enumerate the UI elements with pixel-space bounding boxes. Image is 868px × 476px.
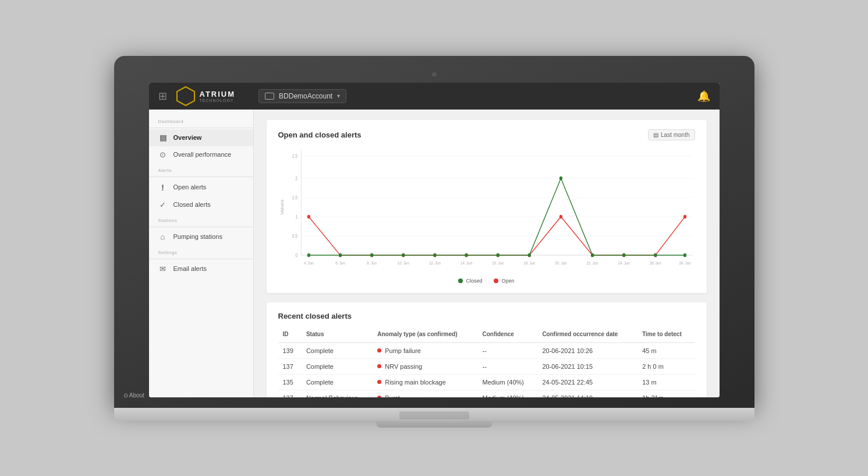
table-row[interactable]: 137 Complete NRV passing -- 20-06-2021 1… (278, 358, 695, 374)
account-name: BDDemoAccount (279, 92, 332, 100)
trackpad (399, 411, 469, 419)
svg-point-49 (527, 253, 530, 257)
sidebar-about[interactable]: ⊙ About (149, 386, 254, 397)
screen: ⊞ ATRIUM TECHNOLOGY BDDemoAccount ▾ 🔔 (149, 83, 720, 397)
sidebar: Dashboard ▤ Overview ⊙ Overall performan… (149, 110, 254, 397)
camera (432, 72, 437, 77)
svg-text:28. Jun: 28. Jun (679, 260, 690, 265)
sidebar-label-overview: Overview (173, 134, 202, 141)
sidebar-item-email-alerts[interactable]: ✉ Email alerts (149, 260, 253, 277)
sidebar-item-overall-performance[interactable]: ⊙ Overall performance (149, 146, 253, 163)
svg-marker-0 (177, 87, 194, 105)
svg-text:26. Jun: 26. Jun (649, 260, 661, 265)
col-status: Status (302, 327, 373, 343)
content-area: Open and closed alerts ▤ Last month (254, 110, 720, 397)
svg-point-29 (307, 214, 310, 218)
chart-card: Open and closed alerts ▤ Last month (267, 120, 707, 293)
overview-icon: ▤ (158, 133, 168, 142)
cell-date: 20-06-2021 10:26 (537, 343, 637, 359)
table-row[interactable]: 139 Complete Pump failure -- 20-06-2021 … (278, 343, 695, 359)
svg-text:18. Jun: 18. Jun (523, 260, 535, 265)
grid-icon[interactable]: ⊞ (158, 90, 167, 103)
chart-legend: Closed Open (278, 278, 695, 284)
anomaly-text: Rising main blockage (385, 379, 446, 386)
app-container: ⊞ ATRIUM TECHNOLOGY BDDemoAccount ▾ 🔔 (149, 83, 720, 397)
sidebar-label-open-alerts: Open alerts (173, 184, 207, 191)
svg-text:24. Jun: 24. Jun (618, 260, 629, 265)
closed-label: Closed (466, 278, 482, 284)
sidebar-item-overview[interactable]: ▤ Overview (149, 129, 253, 146)
cell-anomaly: NRV passing (373, 358, 477, 374)
svg-text:1.5: 1.5 (292, 195, 297, 200)
svg-point-45 (402, 253, 405, 257)
chart-card-header: Open and closed alerts ▤ Last month (278, 129, 695, 140)
svg-point-42 (307, 253, 310, 257)
anomaly-dot (377, 348, 381, 352)
calendar-icon: ▤ (653, 132, 658, 138)
table-title: Recent closed alerts (278, 312, 695, 320)
top-bar: ⊞ ATRIUM TECHNOLOGY BDDemoAccount ▾ 🔔 (149, 83, 720, 110)
svg-point-52 (622, 253, 625, 257)
chevron-down-icon: ▾ (337, 93, 340, 99)
svg-point-41 (683, 214, 686, 218)
filter-label: Last month (661, 132, 689, 138)
open-alerts-icon: ! (158, 182, 168, 192)
anomaly-dot (377, 364, 381, 368)
settings-section-label: Settings (149, 245, 253, 258)
sidebar-item-pumping-stations[interactable]: ⌂ Pumping stations (149, 228, 253, 245)
account-selector[interactable]: BDDemoAccount ▾ (258, 89, 346, 103)
closed-alerts-icon: ✓ (158, 200, 168, 209)
col-time: Time to detect (637, 327, 695, 343)
svg-point-48 (496, 253, 499, 257)
svg-point-46 (433, 253, 436, 257)
anomaly-text: Pump failure (385, 347, 421, 354)
svg-text:2.5: 2.5 (292, 153, 297, 159)
laptop-base (114, 408, 754, 421)
logo-text: ATRIUM (200, 90, 236, 98)
pumping-stations-icon: ⌂ (158, 232, 168, 241)
svg-text:20. Jun: 20. Jun (555, 260, 566, 265)
cell-time: 45 m (637, 343, 695, 359)
open-label: Open (501, 278, 514, 284)
sidebar-item-closed-alerts[interactable]: ✓ Closed alerts (149, 196, 253, 213)
svg-text:0.5: 0.5 (292, 233, 297, 239)
svg-text:22. Jun: 22. Jun (586, 260, 598, 265)
svg-point-51 (591, 253, 594, 257)
svg-text:Values: Values (279, 199, 284, 214)
svg-text:0: 0 (295, 252, 297, 258)
anomaly-text: NRV passing (385, 363, 422, 370)
main-area: Dashboard ▤ Overview ⊙ Overall performan… (149, 110, 720, 397)
svg-text:1: 1 (295, 214, 297, 220)
cell-status: Complete (302, 358, 373, 374)
sidebar-label-pumping-stations: Pumping stations (173, 233, 222, 240)
cell-anomaly: Pump failure (373, 343, 477, 359)
svg-point-54 (683, 253, 686, 257)
cell-date: 20-06-2021 10:15 (537, 358, 637, 374)
svg-text:6. Jun: 6. Jun (335, 260, 345, 265)
table-header-row: ID Status Anomaly type (as confirmed) Co… (278, 327, 695, 343)
sidebar-item-open-alerts[interactable]: ! Open alerts (149, 178, 253, 196)
svg-text:16. Jun: 16. Jun (492, 260, 504, 265)
email-alerts-icon: ✉ (158, 265, 168, 273)
svg-point-44 (370, 253, 373, 257)
chart-svg: 0 0.5 1 1.5 (278, 146, 695, 274)
chart-container: 0 0.5 1 1.5 (278, 146, 695, 274)
cell-time: 2 h 0 m (637, 358, 695, 374)
svg-text:4. Jun: 4. Jun (304, 260, 314, 265)
bell-icon[interactable]: 🔔 (697, 90, 710, 103)
closed-dot (458, 278, 463, 283)
chart-filter-button[interactable]: ▤ Last month (648, 129, 695, 140)
col-anomaly: Anomaly type (as confirmed) (373, 327, 477, 343)
logo-hex-icon (175, 86, 196, 107)
cell-id: 139 (278, 343, 302, 359)
svg-text:2: 2 (295, 175, 297, 181)
anomaly-dot (377, 380, 381, 384)
logo-subtext: TECHNOLOGY (200, 98, 247, 103)
col-confidence: Confidence (477, 327, 537, 343)
alerts-section-label: Alerts (149, 163, 253, 175)
svg-text:8. Jun: 8. Jun (367, 260, 377, 265)
col-date: Confirmed occurrence date (537, 327, 637, 343)
svg-point-47 (465, 253, 467, 257)
sidebar-label-performance: Overall performance (173, 151, 232, 158)
sidebar-label-closed-alerts: Closed alerts (173, 201, 211, 208)
